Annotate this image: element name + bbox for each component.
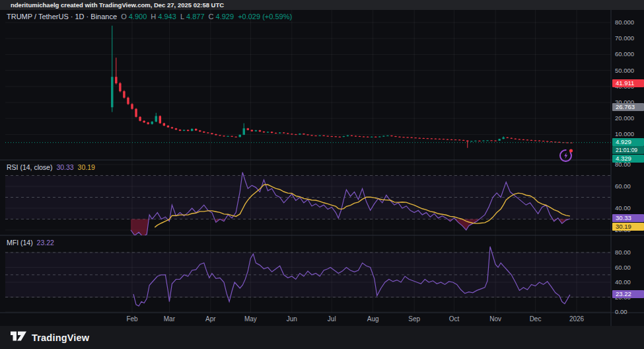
price-badge-alert: 41.911 (612, 79, 644, 87)
price-tick-label: 80.00 (615, 249, 644, 256)
change-value: +0.029 (+0.59%) (238, 13, 292, 20)
rsi-title: RSI (14, close) (7, 163, 52, 171)
month-label[interactable]: Nov (489, 313, 501, 326)
month-label[interactable]: May (244, 313, 257, 326)
month-label[interactable]: Dec (530, 313, 542, 326)
close-label: C (209, 13, 214, 20)
last-price-badge: 4.929 (612, 138, 644, 146)
rsi-ma-value: 30.19 (78, 163, 95, 171)
mfi-legend[interactable]: MFI (14) 23.22 (7, 239, 56, 247)
price-tick-label: 60.000 (615, 50, 644, 58)
price-tick-label: 60.00 (615, 264, 644, 272)
symbol-legend[interactable]: TRUMP / TetherUS · 1D · Binance O4.900 H… (7, 13, 294, 20)
month-label[interactable]: Feb (126, 313, 137, 326)
chart-canvas[interactable] (0, 0, 644, 349)
mfi-value-badge: 23.22 (612, 290, 644, 298)
footer-bar: TradingView (0, 326, 644, 349)
month-label[interactable]: Aug (367, 313, 379, 326)
rsi-legend[interactable]: RSI (14, close) 30.33 30.19 (7, 163, 97, 171)
attribution-bar: nderitumichaelg created with TradingView… (0, 0, 644, 10)
price-tick-label: 60.00 (615, 182, 644, 190)
price-tick-label: 10.000 (615, 130, 644, 138)
rsi-value-badge: 30.33 (612, 214, 644, 222)
month-label[interactable]: Oct (449, 313, 460, 326)
tradingview-logo-icon[interactable] (11, 330, 27, 344)
price-tick-label: 70.000 (615, 34, 644, 42)
price-badge-secondary: 4.329 (612, 155, 644, 163)
attribution-text: nderitumichaelg created with TradingView… (11, 1, 224, 9)
symbol-title: TRUMP / TetherUS · 1D · Binance (7, 13, 117, 20)
month-label[interactable]: Jul (328, 313, 336, 326)
low-value: 4.877 (186, 13, 205, 20)
high-value: 4.943 (158, 13, 176, 20)
open-label: O (121, 13, 127, 20)
price-tick-label: 50.000 (615, 67, 644, 75)
price-tick-label: 80.000 (615, 19, 644, 26)
month-label[interactable]: Jun (287, 313, 297, 326)
price-tick-label: 20.000 (615, 114, 644, 122)
mfi-title: MFI (14) (7, 239, 33, 247)
month-label[interactable]: Apr (205, 313, 216, 326)
month-label[interactable]: Sep (408, 313, 420, 326)
price-tick-label: 40.00 (615, 204, 644, 212)
time-axis[interactable]: FebMarAprMayJunJulAugSepOctNovDec2026 (0, 313, 644, 326)
high-label: H (151, 13, 156, 20)
tradingview-brand-text[interactable]: TradingView (32, 332, 89, 343)
bar-countdown-badge: 21:01:09 (612, 146, 644, 154)
boost-lightning-icon[interactable] (558, 147, 574, 163)
tradingview-published-chart: nderitumichaelg created with TradingView… (0, 0, 644, 349)
rsi-value: 30.33 (56, 163, 73, 171)
month-label[interactable]: 2026 (569, 313, 584, 326)
price-tick-label: 40.00 (615, 278, 644, 286)
month-label[interactable]: Mar (164, 313, 175, 326)
price-badge-gray: 26.763 (612, 103, 644, 111)
open-value: 4.900 (129, 13, 147, 20)
close-value: 4.929 (216, 13, 234, 20)
mfi-value: 23.22 (37, 239, 54, 247)
low-label: L (180, 13, 184, 20)
rsi-ma-value-badge: 30.19 (612, 223, 644, 231)
